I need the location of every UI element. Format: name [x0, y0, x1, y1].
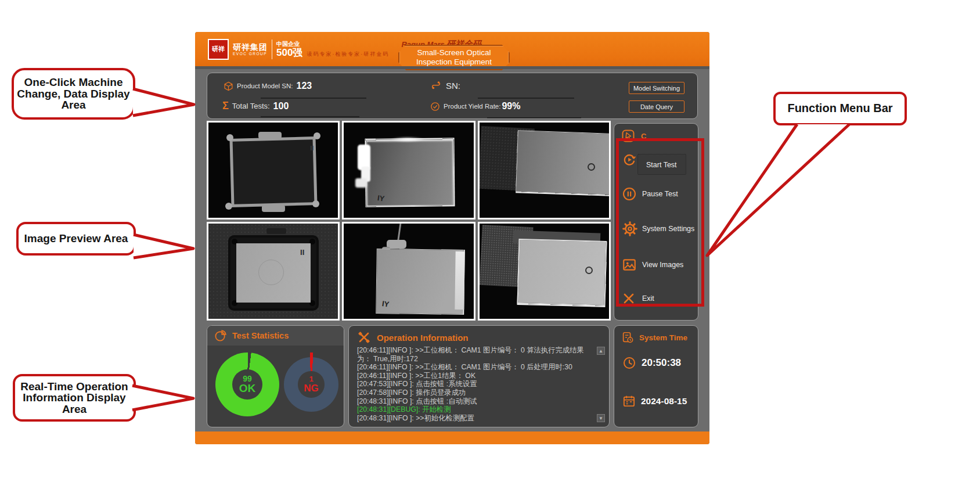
annotated-screenshot: 研祥 研祥集团 EVOC GROUP 中国企业 500强 读码专家·检验专家·研… [0, 0, 980, 500]
log-scroll-down-button[interactable]: ▼ [597, 414, 605, 422]
logo-tagline: 读码专家·检验专家·研祥金码 [307, 51, 389, 58]
ng-label: NG [304, 383, 319, 394]
logo-rank-num: 500强 [276, 48, 302, 57]
app-title: Small-Screen Optical Inspection Equipmen… [398, 45, 510, 70]
yield-value: 99% [502, 101, 520, 111]
app-header: 研祥 研祥集团 EVOC GROUP 中国企业 500强 读码专家·检验专家·研… [195, 32, 709, 69]
product-model-field: Product Model SN: 123 [224, 81, 312, 91]
underline [261, 98, 366, 99]
callout-tail [132, 231, 196, 261]
log-line: [20:46:11][INFO ]: >>工位1结果： OK [357, 372, 594, 380]
calendar-icon [622, 394, 636, 408]
check-circle-icon [430, 102, 440, 111]
callout-realtime-info: Real-Time Operation Information Display … [13, 374, 136, 422]
ok-label: OK [239, 383, 256, 394]
ng-notch [310, 352, 313, 363]
system-date-value-row: 2024-08-15 [622, 394, 687, 408]
callout-image-preview: Image Preview Area [16, 222, 136, 256]
product-model-label: Product Model SN: [237, 82, 293, 89]
camera-image-5: IY [342, 222, 475, 321]
camera-image-4: II [207, 222, 340, 321]
yield-label: Product Yield Rate: [444, 103, 500, 110]
date-value: 2024-08-15 [641, 396, 687, 407]
log-line: [20:46:11][INFO ]: >>工位相机： CAM1 图片编号： 0 … [357, 363, 594, 372]
sigma-icon: Σ [222, 100, 229, 112]
logo-divider [272, 39, 272, 59]
operation-info-panel: Operation Information [20:46:11][INFO ]:… [348, 325, 610, 427]
camera-image-1: II [207, 121, 340, 220]
ng-donut-chart: 1 NG [284, 357, 338, 412]
clock-icon [622, 356, 636, 370]
log-lines: [20:46:11][INFO ]: >>工位相机： CAM1 图片编号： 0 … [357, 346, 594, 422]
logo-group-en: EVOC GROUP [233, 52, 268, 56]
data-display-panel: Product Model SN: 123 Σ Total Tests: 100… [207, 73, 698, 119]
camera-image-6 [478, 222, 611, 321]
camera-image-2: IY [342, 121, 475, 220]
callout-function-menu: Function Menu Bar [773, 92, 907, 125]
product-model-value: 123 [297, 81, 312, 91]
callout-tail [701, 123, 870, 260]
pie-chart-icon [214, 329, 227, 342]
callout-data-area: One-Click Machine Change, Data Display A… [12, 68, 135, 120]
date-query-button[interactable]: Date Query [629, 100, 684, 113]
total-tests-field: Σ Total Tests: 100 [222, 100, 289, 112]
sn-label: SN: [446, 81, 460, 91]
ok-donut-chart: 99 OK [215, 352, 279, 416]
logo-rank-cn: 中国企业 [276, 41, 302, 47]
tools-icon [357, 330, 371, 344]
annotation-menu-outline [616, 138, 704, 307]
logo-group-cn: 研祥集团 [233, 43, 268, 51]
doc-clock-icon [621, 331, 634, 344]
test-statistics-header: Test Statistics [207, 326, 344, 346]
box-icon [224, 81, 233, 91]
callout-tail [132, 85, 197, 119]
underline [261, 116, 359, 117]
callout-tail [131, 382, 196, 413]
time-value: 20:50:38 [642, 357, 681, 369]
log-scroll-up-button[interactable]: ▲ [597, 347, 605, 355]
camera-image-3 [478, 121, 611, 220]
log-line: [20:48:31][INFO ]: 点击按钮 :自动测试 [357, 397, 594, 406]
log-line: [20:46:11][INFO ]: >>工位相机： CAM1 图片编号： 0 … [357, 346, 594, 363]
total-tests-label: Total Tests: [232, 102, 270, 110]
yield-field: Product Yield Rate: 99% [430, 101, 520, 111]
log-line: [20:47:53][INFO ]: 点击按钮 :系统设置 [357, 380, 594, 389]
total-tests-value: 100 [273, 101, 289, 111]
log-line-debug: [20:48:31][DEBUG]: 开始检测 [357, 405, 594, 414]
image-preview-grid: II IY II [207, 121, 611, 321]
ok-count: 99 [243, 375, 252, 383]
model-switching-button[interactable]: Model Switching [629, 82, 684, 94]
operation-info-header: Operation Information [349, 326, 609, 344]
ng-count: 1 [309, 375, 313, 383]
logo-mark-icon: 研祥 [208, 39, 229, 60]
log-line: [20:48:31][INFO ]: >>初始化检测配置 [357, 414, 594, 423]
underline [487, 117, 581, 118]
system-time-panel: System Time 20:50:38 2024-08-15 [614, 325, 698, 427]
sn-field: SN: [430, 80, 464, 91]
app-footer-strip [195, 431, 709, 444]
underline [478, 98, 574, 99]
system-time-value-row: 20:50:38 [622, 356, 681, 370]
test-statistics-panel: Test Statistics 99 OK 1 NG [207, 325, 344, 427]
log-line: [20:47:58][INFO ]: 操作员登录成功 [357, 389, 594, 397]
system-time-header: System Time [614, 326, 698, 344]
route-icon [430, 80, 442, 91]
